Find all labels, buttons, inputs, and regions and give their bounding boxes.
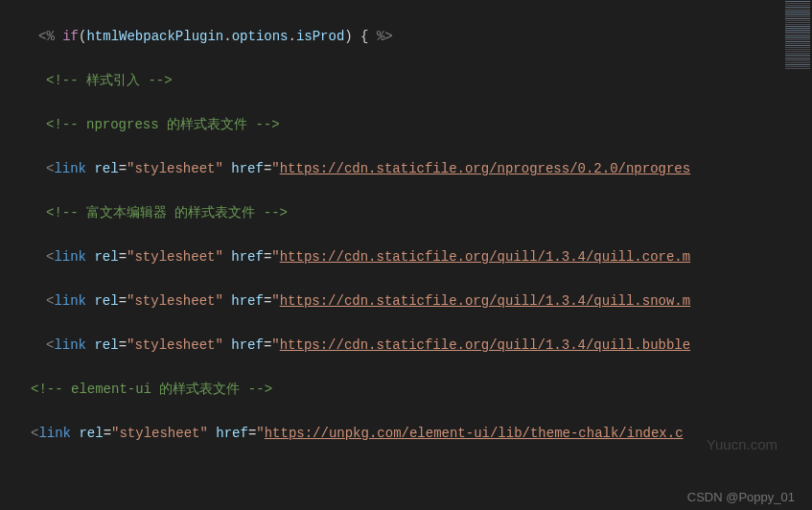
- editor-minimap[interactable]: [783, 0, 812, 510]
- comment-line[interactable]: <!-- 样式引入 -->: [8, 70, 812, 92]
- comment-line[interactable]: <!-- nprogress 的样式表文件 -->: [8, 114, 812, 136]
- code-line[interactable]: <link rel="stylesheet" href="https://cdn…: [8, 158, 812, 180]
- code-line[interactable]: <link rel="stylesheet" href="https://cdn…: [8, 335, 812, 357]
- url-link[interactable]: https://cdn.staticfile.org/quill/1.3.4/q…: [280, 249, 690, 265]
- keyword-if: if: [55, 29, 79, 44]
- code-line[interactable]: <link rel="stylesheet" href="https://cdn…: [8, 246, 812, 268]
- credit-text: CSDN @Poppy_01: [687, 490, 795, 504]
- url-link[interactable]: https://cdn.staticfile.org/quill/1.3.4/q…: [280, 337, 690, 353]
- code-editor[interactable]: <% if(htmlWebpackPlugin.options.isProd) …: [0, 0, 812, 510]
- ejs-close: %>: [377, 29, 393, 44]
- code-line[interactable]: <% if(htmlWebpackPlugin.options.isProd) …: [8, 26, 812, 48]
- comment-line[interactable]: <!-- element-ui 的样式表文件 -->: [8, 379, 812, 401]
- url-link[interactable]: https://cdn.staticfile.org/quill/1.3.4/q…: [280, 293, 690, 309]
- code-line[interactable]: <link rel="stylesheet" href="https://unp…: [8, 423, 812, 445]
- watermark-text: Yuucn.com: [707, 436, 777, 452]
- code-line[interactable]: <link rel="stylesheet" href="https://cdn…: [8, 290, 812, 313]
- url-link[interactable]: https://cdn.staticfile.org/nprogress/0.2…: [280, 161, 690, 176]
- comment-line[interactable]: <!-- 富文本编辑器 的样式表文件 -->: [8, 202, 812, 224]
- url-link[interactable]: https://unpkg.com/element-ui/lib/theme-c…: [265, 426, 684, 441]
- ejs-open: <%: [38, 29, 55, 44]
- tag-link: link: [54, 161, 86, 176]
